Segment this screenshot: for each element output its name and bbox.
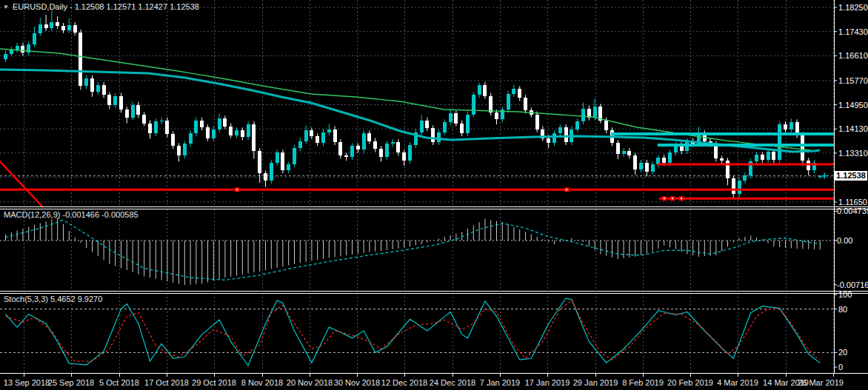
candle-body[interactable] [356,146,360,149]
candle-body[interactable] [449,113,453,122]
candle-body[interactable] [136,105,140,115]
candle-body[interactable] [252,124,256,151]
candle-body[interactable] [33,33,36,44]
candle-body[interactable] [344,155,348,157]
candle-body[interactable] [732,178,735,194]
candle-body[interactable] [338,142,342,155]
candle-body[interactable] [304,130,308,141]
candle-body[interactable] [165,121,169,135]
candle-body[interactable] [391,142,395,144]
candle-body[interactable] [720,158,724,161]
candle-body[interactable] [478,85,481,95]
candle-body[interactable] [738,181,741,194]
chart-canvas[interactable] [0,0,868,390]
candle-body[interactable] [67,25,71,30]
candle-body[interactable] [50,22,53,28]
candle-body[interactable] [373,141,377,149]
candle-body[interactable] [113,96,117,105]
candle-body[interactable] [524,98,527,110]
candle-body[interactable] [767,152,770,160]
candle-body[interactable] [489,96,493,113]
candle-body[interactable] [604,121,608,131]
candle-body[interactable] [223,118,227,126]
candle-body[interactable] [535,115,539,130]
candle-body[interactable] [558,127,562,133]
candle-body[interactable] [454,113,458,123]
candle-body[interactable] [622,151,626,154]
candle-body[interactable] [218,118,221,129]
candle-body[interactable] [84,78,88,87]
candle-body[interactable] [258,151,261,173]
candle-body[interactable] [241,130,244,137]
candle-body[interactable] [483,85,487,96]
candle-body[interactable] [160,121,164,122]
candle-body[interactable] [229,127,233,135]
candle-body[interactable] [119,96,123,110]
candle-body[interactable] [206,127,210,138]
candle-body[interactable] [194,121,198,134]
candle-body[interactable] [270,163,273,181]
candle-body[interactable] [90,78,94,92]
candle-body[interactable] [593,107,597,117]
candle-body[interactable] [183,144,187,155]
candle-body[interactable] [131,105,135,118]
candle-body[interactable] [431,128,435,142]
candle-body[interactable] [321,132,325,144]
candle-body[interactable] [316,136,319,143]
candle-body[interactable] [743,175,747,181]
candle-body[interactable] [73,25,77,33]
candle-body[interactable] [310,130,313,136]
candle-body[interactable] [801,135,804,161]
candle-body[interactable] [379,149,383,157]
candle-body[interactable] [177,146,181,155]
candle-body[interactable] [402,152,406,161]
candle-body[interactable] [575,121,579,129]
candle-body[interactable] [385,144,389,157]
candle-body[interactable] [437,132,441,143]
candle-body[interactable] [518,89,521,98]
candle-body[interactable] [651,164,655,172]
candle-body[interactable] [293,148,296,164]
candle-body[interactable] [298,141,302,149]
candle-body[interactable] [645,163,649,172]
candle-body[interactable] [189,133,193,144]
candle-body[interactable] [761,155,764,160]
candle-body[interactable] [460,124,464,134]
candle-body[interactable] [96,85,100,92]
candle-body[interactable] [200,121,204,128]
candle-body[interactable] [327,130,331,132]
candle-body[interactable] [507,94,510,110]
candle-body[interactable] [333,130,337,143]
candle-body[interactable] [425,121,429,129]
candle-body[interactable] [264,173,267,181]
candle-body[interactable] [281,152,284,170]
candle-body[interactable] [235,130,238,135]
candle-body[interactable] [778,124,781,160]
candle-body[interactable] [512,89,515,93]
candle-body[interactable] [772,152,775,160]
candle-body[interactable] [408,145,412,161]
candle-body[interactable] [472,95,475,114]
collapse-icon[interactable]: ▼ [3,4,9,10]
candle-body[interactable] [547,138,550,144]
candle-body[interactable] [16,46,19,50]
candle-body[interactable] [287,164,290,170]
candle-body[interactable] [362,133,366,149]
candle-body[interactable] [668,152,672,163]
candle-body[interactable] [367,133,371,141]
candle-body[interactable] [662,158,666,163]
candle-body[interactable] [627,151,631,155]
candle-body[interactable] [79,33,82,87]
candle-body[interactable] [247,124,250,137]
candle-body[interactable] [276,152,279,163]
candle-body[interactable] [125,110,129,117]
candle-body[interactable] [564,127,568,142]
candle-body[interactable] [616,143,620,154]
candle-body[interactable] [4,54,7,59]
candle-body[interactable] [581,109,585,122]
candle-body[interactable] [818,176,822,177]
candle-body[interactable] [350,146,354,157]
candle-body[interactable] [587,109,591,118]
candle-body[interactable] [495,112,498,119]
candle-body[interactable] [466,115,470,134]
